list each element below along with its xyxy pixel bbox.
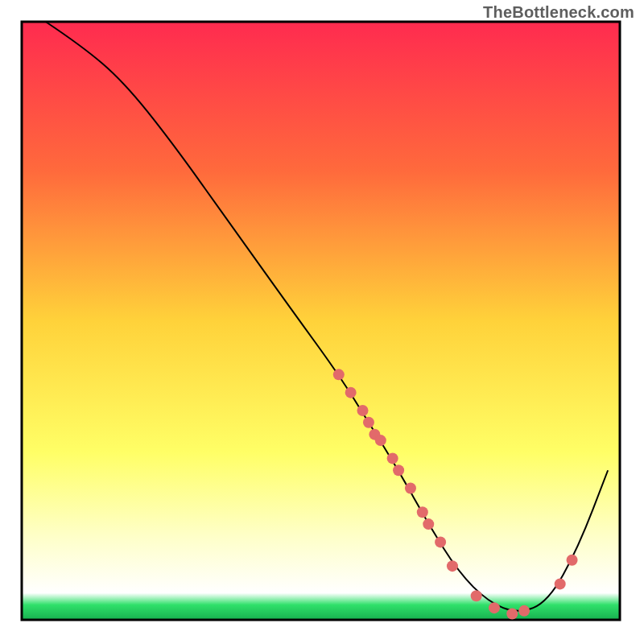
chart-stage: TheBottleneck.com [0, 0, 644, 644]
marker-dot [333, 369, 345, 380]
marker-dot [567, 555, 578, 566]
marker-dot [345, 387, 357, 398]
marker-dot [363, 417, 374, 428]
marker-dot [417, 506, 428, 518]
marker-dot [518, 605, 530, 617]
marker-dot [489, 602, 500, 613]
plot-background [22, 22, 620, 620]
marker-dot [423, 518, 434, 530]
marker-dot [435, 536, 446, 547]
marker-dot [357, 405, 369, 416]
chart-svg [0, 0, 644, 644]
marker-dot [506, 609, 518, 620]
marker-dot [387, 452, 398, 464]
marker-dot [447, 560, 458, 572]
marker-dot [393, 464, 404, 476]
marker-dot [375, 435, 386, 446]
marker-dot [471, 590, 482, 601]
marker-dot [555, 578, 566, 589]
marker-dot [405, 483, 416, 494]
